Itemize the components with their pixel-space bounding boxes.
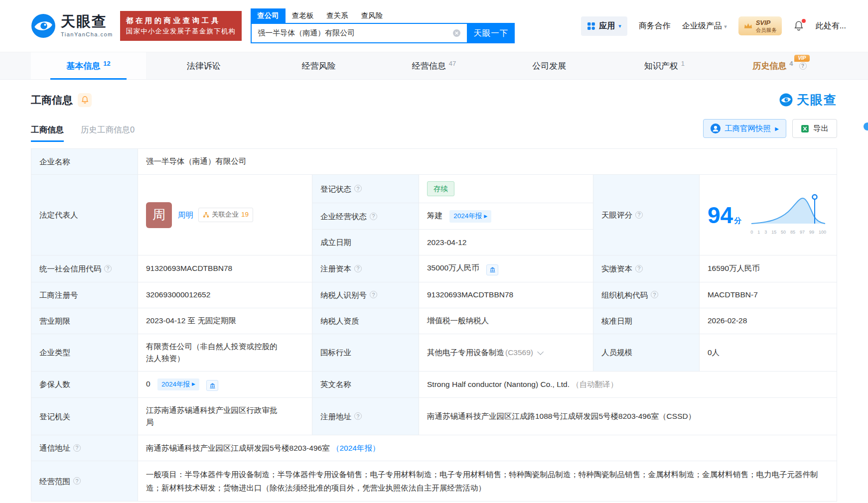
tab-operation-risk-label: 经营风险 [302,60,336,72]
help-icon[interactable]: ? [370,291,377,298]
tab-operation-risk[interactable]: 经营风险 [261,52,376,79]
field-value-registration-authority: 江苏南通苏锡通科技产业园区行政审批局 [138,398,312,435]
annual-report-link[interactable]: （2024年报） [332,444,380,452]
main-content: 工商信息 天眼查 工商信息 历史工商信息0 [0,92,868,502]
tab-legal-litigation-label: 法律诉讼 [187,60,221,72]
help-icon[interactable]: ? [635,265,643,272]
table-row: 营业期限 2023-04-12 至 无固定期限 纳税人资质 增值税一般纳税人 核… [31,308,837,334]
search-button[interactable]: 天眼一下 [467,23,515,43]
insurance-detail-button[interactable] [206,380,218,391]
slogan-line1: 都在用的商业查询工具 [126,15,236,26]
org-chart-icon [203,212,209,218]
capital-detail-button[interactable] [486,264,498,275]
field-value-credit-code: 91320693MACDTBBN78 [138,255,312,282]
section-header: 工商信息 天眼查 [31,92,837,108]
help-icon[interactable]: ? [370,213,377,220]
field-value-registration-number: 320693000012652 [138,282,312,308]
tab-legal-litigation[interactable]: 法律诉讼 [146,52,261,79]
field-label-business-term: 营业期限 [31,308,138,334]
table-row: 通信地址? 南通苏锡通科技产业园区江成研发园5号楼8203-496室 （2024… [31,435,837,461]
company-detail-tabs: 基本信息 12 法律诉讼 经营风险 经营信息 47 公司发展 知识产权 1 VI… [0,52,868,80]
field-value-taxpayer-id: 91320693MACDTBBN78 [419,282,593,308]
notifications-bell-button[interactable] [793,20,804,31]
avatar[interactable]: 周 [146,202,172,228]
help-icon[interactable]: ? [73,444,81,452]
help-icon[interactable]: ? [73,477,81,485]
svip-text: SVIP 会员服务 [756,19,777,33]
search-tab-relation[interactable]: 查关系 [320,8,355,23]
field-value-paid-in-capital: 16590万人民币 [700,255,837,282]
apps-menu-button[interactable]: 应用 ▾ [581,16,627,36]
help-icon[interactable]: ? [354,185,362,192]
brand-name: 天眼查 [797,92,837,108]
search-tab-risk[interactable]: 查风险 [355,8,390,23]
field-label-registered-address: 注册地址? [312,398,419,435]
field-label-approval-date: 核准日期 [593,308,700,334]
tab-operation-info[interactable]: 经营信息 47 [376,52,491,79]
chevron-down-icon[interactable] [537,349,544,355]
field-label-taxpayer-qualification: 纳税人资质 [312,308,419,334]
help-icon[interactable]: ? [104,265,112,272]
field-label-establish-date: 成立日期 [312,230,419,255]
tab-basic-info-label: 基本信息 [66,60,100,72]
field-value-insured-count: 0 2024年报 ▶ [138,371,312,398]
field-value-score: 94 分 0131550859799100 [700,174,837,255]
search-input[interactable] [251,23,467,43]
table-row: 工商注册号 320693000012652 纳税人识别号? 91320693MA… [31,282,837,308]
field-label-company-type: 企业类型 [31,334,138,371]
subtab-business-info[interactable]: 工商信息 [31,125,64,142]
account-menu[interactable]: 此处有... [816,21,846,31]
help-icon[interactable]: ? [651,291,658,298]
svip-membership-button[interactable]: SVIP 会员服务 [738,16,782,35]
business-cooperation-link[interactable]: 商务合作 [639,21,671,31]
legal-rep-name-link[interactable]: 周明 [178,209,193,221]
subscribe-bell-button[interactable] [78,93,92,107]
score-curve-icon [750,194,826,225]
logo-en: TianYanCha.com [61,31,113,37]
chevron-down-icon: ▾ [724,23,727,29]
help-icon[interactable]: ? [635,211,643,219]
help-icon[interactable]: ? [354,265,362,272]
tab-company-development[interactable]: 公司发展 [492,52,607,79]
search-tab-boss[interactable]: 查老板 [286,8,320,23]
eye-logo-icon [31,13,56,38]
slogan-line2: 国家中小企业发展子基金旗下机构 [126,26,236,37]
field-value-approval-date: 2026-02-28 [700,308,837,334]
subtab-history-business-info[interactable]: 历史工商信息0 [81,125,135,142]
table-row: 经营范围? 一般项目：半导体器件专用设备制造；半导体器件专用设备销售；电子专用材… [31,461,837,501]
annual-report-tag[interactable]: 2024年报 ▶ [449,210,491,223]
clear-search-icon[interactable] [452,29,461,37]
search-tab-company[interactable]: 查公司 [251,8,286,23]
tianyan-score: 94 分 [708,204,741,227]
related-companies-count: 19 [241,210,249,220]
top-menu: 应用 ▾ 商务合作 企业级产品 ▾ SVIP 会员服务 [581,16,868,36]
export-button[interactable]: 导出 [792,119,837,138]
annual-report-tag[interactable]: 2024年报 ▶ [157,378,199,391]
tab-intellectual-property[interactable]: 知识产权 1 [607,52,722,79]
field-label-insured-count: 参保人数 [31,371,138,398]
tab-history-info[interactable]: VIP 历史信息 4 ? [722,52,837,79]
field-label-postal-address: 通信地址? [31,435,138,461]
bank-icon [489,266,496,273]
official-snapshot-button[interactable]: 工商官网快照 ▶ [703,119,786,138]
help-icon[interactable]: ? [799,62,807,70]
grid-icon [587,22,595,30]
help-icon[interactable]: ? [354,412,362,420]
top-header: 天眼查 TianYanCha.com 都在用的商业查询工具 国家中小企业发展子基… [0,0,868,52]
section-title: 工商信息 [31,93,73,107]
related-companies-badge[interactable]: 关联企业 19 [198,208,253,222]
enterprise-products-menu[interactable]: 企业级产品 ▾ [682,21,727,31]
field-value-company-name: 强一半导体（南通）有限公司 [138,149,837,175]
brand-watermark: 天眼查 [779,92,837,108]
tab-basic-info-count: 12 [103,60,110,67]
floating-widget-handle[interactable] [864,123,868,130]
excel-icon [801,125,809,133]
field-label-industry: 国标行业 [312,334,419,371]
tab-basic-info[interactable]: 基本信息 12 [31,52,146,79]
score-value: 94 [708,204,733,227]
id-badge-icon [711,124,721,133]
table-row: 参保人数 0 2024年报 ▶ 英文名称 Strong Half con [31,371,837,398]
tianyancha-logo[interactable]: 天眼查 TianYanCha.com [31,13,113,38]
tab-intellectual-property-count: 1 [681,60,685,67]
field-value-business-term: 2023-04-12 至 无固定期限 [138,308,312,334]
